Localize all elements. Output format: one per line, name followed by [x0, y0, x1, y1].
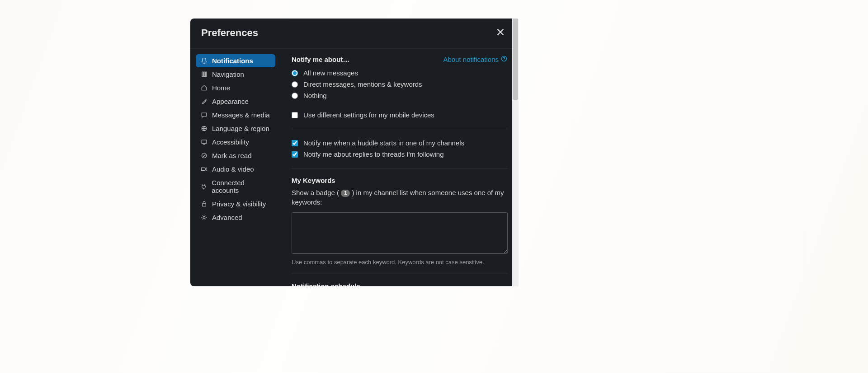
modal-header: Preferences [190, 19, 519, 49]
mobile-diff-row[interactable]: Use different settings for my mobile dev… [292, 109, 508, 121]
plug-icon [200, 183, 207, 190]
sidebar-item-advanced[interactable]: Advanced [196, 211, 275, 224]
sidebar-item-mark-as-read[interactable]: Mark as read [196, 149, 275, 162]
sidebar-item-connected-accounts[interactable]: Connected accounts [196, 176, 275, 197]
sidebar-item-label: Appearance [212, 98, 249, 105]
sidebar-item-notifications[interactable]: Notifications [196, 54, 275, 67]
notify-option-label: Nothing [303, 92, 327, 99]
modal-title: Preferences [201, 27, 258, 39]
lock-icon [200, 200, 208, 208]
content-pane[interactable]: Notify me about… About notifications All… [281, 49, 519, 286]
sidebar-item-label: Privacy & visibility [212, 200, 266, 208]
svg-rect-7 [202, 204, 206, 206]
brush-icon [200, 98, 208, 105]
sidebar-item-label: Navigation [212, 70, 244, 78]
schedule-heading: Notification schedule [292, 282, 508, 286]
svg-rect-0 [202, 72, 203, 77]
divider [292, 129, 508, 129]
sidebar-item-label: Home [212, 84, 230, 92]
modal-body: Notifications Navigation Home Appearance… [190, 49, 519, 286]
navigation-icon [200, 71, 208, 78]
svg-rect-6 [201, 168, 205, 171]
threads-row[interactable]: Notify me about replies to threads I'm f… [292, 149, 508, 160]
bell-icon [200, 57, 208, 65]
sidebar-item-messages-media[interactable]: Messages & media [196, 108, 275, 121]
notify-option-dm[interactable]: Direct messages, mentions & keywords [292, 79, 508, 90]
close-icon [497, 28, 504, 38]
divider [292, 274, 508, 274]
sidebar-item-audio-video[interactable]: Audio & video [196, 163, 275, 176]
huddle-row[interactable]: Notify me when a huddle starts in one of… [292, 137, 508, 149]
sidebar-item-home[interactable]: Home [196, 81, 275, 94]
sidebar-item-label: Mark as read [212, 152, 252, 159]
help-circle-icon [500, 55, 508, 64]
mobile-diff-checkbox[interactable] [292, 112, 298, 118]
globe-icon [200, 125, 208, 132]
keywords-hint: Use commas to separate each keyword. Key… [292, 259, 508, 266]
sidebar-item-privacy-visibility[interactable]: Privacy & visibility [196, 197, 275, 210]
sidebar-item-label: Language & region [212, 125, 269, 132]
check-circle-icon [200, 152, 208, 159]
notify-radio-all[interactable] [292, 70, 298, 76]
keywords-desc-pre: Show a badge ( [292, 189, 339, 196]
notify-section-head: Notify me about… About notifications [292, 55, 508, 64]
sidebar-item-language-region[interactable]: Language & region [196, 122, 275, 135]
sidebar-item-navigation[interactable]: Navigation [196, 68, 275, 81]
home-icon [200, 84, 208, 92]
sidebar: Notifications Navigation Home Appearance… [190, 49, 281, 286]
outer-scrollbar-thumb[interactable] [513, 19, 518, 100]
gear-icon [200, 214, 208, 221]
huddle-label: Notify me when a huddle starts in one of… [303, 139, 464, 147]
notify-option-label: All new messages [303, 69, 358, 77]
about-notifications-link[interactable]: About notifications [443, 55, 508, 64]
sidebar-item-label: Advanced [212, 214, 242, 221]
close-button[interactable] [493, 26, 508, 40]
svg-point-5 [202, 153, 207, 158]
keywords-textarea[interactable] [292, 212, 508, 254]
preferences-modal: Preferences Notifications Navigation Hom… [190, 19, 519, 286]
svg-point-8 [203, 216, 205, 219]
svg-rect-1 [203, 72, 204, 77]
monitor-icon [200, 139, 208, 146]
huddle-checkbox[interactable] [292, 140, 298, 146]
sidebar-item-label: Audio & video [212, 165, 254, 173]
about-link-text: About notifications [443, 56, 499, 63]
video-icon [200, 166, 208, 173]
svg-rect-4 [202, 140, 207, 144]
svg-rect-2 [205, 72, 206, 77]
notify-radio-nothing[interactable] [292, 93, 298, 99]
mobile-diff-label: Use different settings for my mobile dev… [303, 111, 434, 119]
divider [292, 168, 508, 168]
notify-option-label: Direct messages, mentions & keywords [303, 80, 422, 88]
sidebar-item-label: Messages & media [212, 111, 270, 119]
notify-option-nothing[interactable]: Nothing [292, 90, 508, 101]
sidebar-item-accessibility[interactable]: Accessibility [196, 135, 275, 149]
badge-example: 1 [341, 190, 350, 197]
notify-radio-dm[interactable] [292, 81, 298, 88]
outer-scrollbar-track[interactable] [512, 19, 519, 286]
threads-checkbox[interactable] [292, 151, 298, 158]
chat-icon [200, 112, 208, 119]
notify-heading: Notify me about… [292, 56, 349, 63]
sidebar-item-label: Accessibility [212, 138, 249, 146]
sidebar-item-appearance[interactable]: Appearance [196, 95, 275, 108]
sidebar-item-label: Connected accounts [212, 179, 271, 194]
keywords-heading: My Keywords [292, 177, 508, 184]
notify-option-all[interactable]: All new messages [292, 67, 508, 79]
threads-label: Notify me about replies to threads I'm f… [303, 150, 444, 158]
sidebar-item-label: Notifications [212, 57, 253, 65]
keywords-description: Show a badge ( 1 ) in my channel list wh… [292, 188, 508, 207]
